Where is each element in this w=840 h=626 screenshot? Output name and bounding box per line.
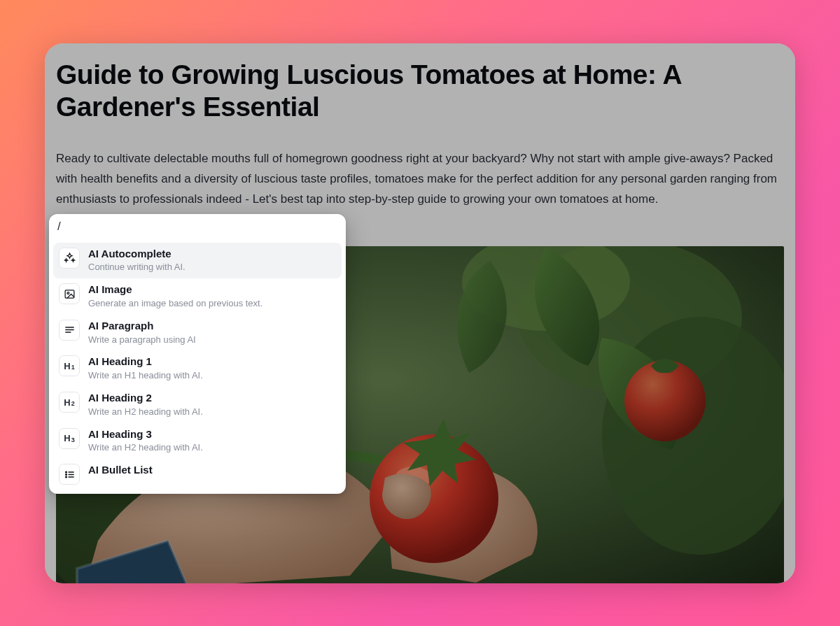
menu-item-ai-bullet-list[interactable]: AI Bullet List bbox=[53, 459, 342, 490]
svg-point-12 bbox=[66, 292, 69, 294]
H3-icon: H3 bbox=[59, 428, 80, 449]
menu-item-desc: Generate an image based on previous text… bbox=[88, 298, 262, 310]
menu-item-ai-image[interactable]: AI ImageGenerate an image based on previ… bbox=[53, 278, 342, 315]
menu-item-desc: Continue writing with AI. bbox=[88, 262, 186, 273]
menu-item-title: AI Image bbox=[88, 283, 262, 297]
svg-point-18 bbox=[65, 474, 66, 475]
svg-rect-11 bbox=[65, 290, 74, 297]
slash-command-menu: / AI AutocompleteContinue writing with A… bbox=[49, 214, 346, 494]
slash-menu-list: AI AutocompleteContinue writing with AI.… bbox=[49, 239, 346, 494]
menu-item-desc: Write an H1 heading with AI. bbox=[88, 370, 203, 382]
bullets-icon bbox=[59, 464, 80, 485]
image-icon bbox=[59, 283, 80, 304]
sparkles-icon bbox=[59, 248, 80, 269]
menu-item-desc: Write an H2 heading with AI. bbox=[88, 442, 203, 454]
editor-card: Guide to Growing Luscious Tomatoes at Ho… bbox=[45, 43, 795, 583]
slash-input[interactable]: / bbox=[49, 214, 346, 239]
menu-item-title: AI Paragraph bbox=[88, 320, 196, 333]
svg-point-16 bbox=[65, 471, 66, 473]
menu-item-title: AI Heading 2 bbox=[88, 392, 203, 405]
menu-item-desc: Write an H2 heading with AI. bbox=[88, 406, 203, 418]
menu-item-desc: Write a paragraph using AI bbox=[88, 334, 196, 346]
menu-item-ai-heading-1[interactable]: H1AI Heading 1Write an H1 heading with A… bbox=[53, 350, 342, 387]
H1-icon: H1 bbox=[59, 355, 80, 376]
paragraph-icon bbox=[59, 320, 80, 341]
H2-icon: H2 bbox=[59, 392, 80, 413]
menu-item-ai-paragraph[interactable]: AI ParagraphWrite a paragraph using AI bbox=[53, 315, 342, 351]
menu-item-title: AI Bullet List bbox=[88, 464, 153, 477]
menu-item-ai-autocomplete[interactable]: AI AutocompleteContinue writing with AI. bbox=[53, 243, 342, 279]
menu-item-ai-heading-3[interactable]: H3AI Heading 3Write an H2 heading with A… bbox=[53, 423, 342, 460]
svg-point-20 bbox=[65, 476, 66, 478]
menu-item-ai-heading-2[interactable]: H2AI Heading 2Write an H2 heading with A… bbox=[53, 387, 342, 423]
menu-item-title: AI Autocomplete bbox=[88, 248, 186, 261]
menu-item-title: AI Heading 3 bbox=[88, 428, 203, 441]
menu-item-title: AI Heading 1 bbox=[88, 355, 203, 369]
